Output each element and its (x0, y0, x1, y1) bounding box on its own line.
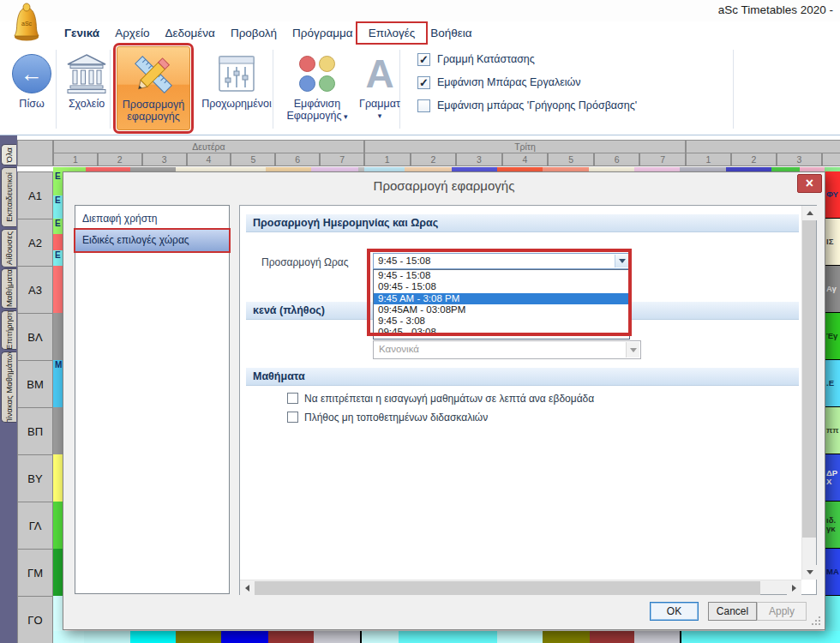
ribbon-checkbox-group: ✓Γραμμή Κατάστασης✓Εμφάνιση Μπάρας Εργαλ… (417, 51, 637, 121)
row-label-ΒΜ[interactable]: ΒΜ (17, 360, 53, 408)
ribbon-button-fonts[interactable]: AΓραμματ▾ (355, 46, 405, 130)
sidebar-item-user-interface[interactable]: Διεπαφή χρήστη (75, 208, 229, 230)
side-tab-teachers[interactable]: Εκπαιδευτικοί (1, 167, 16, 227)
period-header[interactable]: 1 (53, 153, 98, 166)
menu-item-data[interactable]: Δεδομένα (157, 27, 222, 39)
side-tab-all[interactable]: Όλα (1, 144, 16, 165)
resize-grip[interactable] (819, 623, 820, 625)
checkbox-checked-icon[interactable]: ✓ (417, 76, 430, 89)
timetable-side-tabs: ΌλαΕκπαιδευτικοίΑίθουσεςΜαθήματαΕπιτήρησ… (0, 135, 17, 643)
timetable-cells-right[interactable]: ΜΑ (825, 549, 840, 596)
timetable-cells-right[interactable]: ππ (825, 407, 840, 454)
ribbon-toolbar: ←ΠίσωΣχολείοΠροσαρμογήεφαρμογήςΠροχωρημέ… (0, 45, 840, 135)
dropdown-option-0[interactable]: 9:45 - 15:08 (374, 270, 629, 281)
vertical-scrollbar[interactable] (801, 206, 816, 580)
period-header[interactable]: 1 (686, 153, 731, 166)
lessons-checkbox-unplaced[interactable]: Πλήθος μη τοποθετημένων διδασκαλιών (287, 411, 488, 424)
timetable-cells-right[interactable]: Έγ (825, 313, 840, 360)
period-header[interactable]: 1 (364, 153, 411, 166)
period-header[interactable]: 6 (275, 153, 320, 166)
side-tab-supervision[interactable]: Επιτήρηση (1, 310, 16, 350)
scroll-left-icon[interactable] (240, 580, 255, 595)
timetable-cells-right[interactable]: ιδ. γκ (825, 502, 840, 549)
chevron-down-icon[interactable] (615, 255, 628, 267)
menu-item-schedule[interactable]: Πρόγραμμα (285, 27, 361, 39)
period-header[interactable]: 3 (456, 153, 502, 166)
menu-item-file[interactable]: Αρχείο (107, 27, 157, 39)
close-icon[interactable]: × (797, 174, 822, 193)
ribbon-checkbox-row-2[interactable]: Εμφάνιση μπάρας 'Γρήγορης Πρόσβασης' (417, 98, 637, 113)
ribbon-button-school[interactable]: Σχολείο (60, 46, 113, 130)
period-header[interactable]: 6 (594, 153, 640, 166)
period-header[interactable]: 3 (777, 153, 822, 166)
ribbon-button-customize-application[interactable]: Προσαρμογήεφαρμογής (117, 46, 190, 130)
dropdown-option-1[interactable]: 09:45 - 15:08 (374, 281, 629, 292)
lessons-checkbox-minutes[interactable]: Να επιτρέπεται η εισαγωγή μαθημάτων σε λ… (287, 392, 594, 405)
timetable-strip-segment (53, 631, 84, 643)
menu-item-general[interactable]: Γενικά (57, 27, 107, 39)
period-header[interactable]: 3 (142, 153, 187, 166)
row-label-ΓΜ[interactable]: ΓΜ (17, 549, 53, 597)
period-header[interactable]: 7 (320, 153, 364, 166)
scroll-up-icon[interactable] (802, 206, 817, 220)
row-label-ΓΟ[interactable]: ΓΟ (17, 596, 53, 643)
scrollbar-thumb[interactable] (802, 220, 816, 538)
horizontal-scrollbar[interactable] (240, 580, 801, 594)
day-header-3[interactable]: Τετ (686, 140, 840, 153)
ribbon-button-back[interactable]: ←Πίσω (7, 46, 57, 130)
checkbox-unchecked-icon[interactable] (417, 99, 430, 112)
dropdown-option-3[interactable]: 09:45AM - 03:08PM (374, 304, 629, 315)
period-header[interactable]: 7 (639, 153, 686, 166)
timetable-strip-segment (681, 631, 840, 643)
period-header[interactable]: 4 (502, 153, 549, 166)
timetable-cells-right[interactable]: ΔΡ Χ (825, 454, 840, 502)
ribbon-button-application-appearance[interactable]: ΕμφάνισηΕφαρμογής ▾ (283, 46, 351, 130)
period-header[interactable]: 5 (231, 153, 275, 166)
day-header-2[interactable]: Τρίτη (364, 140, 686, 153)
menu-item-options[interactable]: Επιλογές (361, 27, 423, 39)
dropdown-option-2[interactable]: 9:45 AM - 3:08 PM (374, 293, 629, 304)
side-tab-subjects[interactable]: Μαθήματα (1, 268, 16, 309)
app-bell-icon[interactable]: aSc (11, 3, 42, 45)
period-header[interactable]: 2 (98, 153, 142, 166)
sidebar-item-country-specific-options[interactable]: Ειδικές επιλογές χώρας (75, 230, 229, 251)
checkbox-unchecked-icon[interactable] (287, 393, 298, 404)
period-header[interactable]: 2 (731, 153, 777, 166)
row-label-A3[interactable]: A3 (17, 266, 53, 314)
time-format-combobox[interactable]: 9:45 - 15:08 (373, 253, 630, 269)
side-tab-classrooms[interactable]: Αίθουσες (1, 229, 16, 267)
row-label-ΒΠ[interactable]: ΒΠ (17, 407, 53, 455)
title-bar: aSc Timetables 2020 - (0, 0, 840, 21)
timetable-cells-right[interactable]: ΙΣ (825, 219, 840, 266)
side-tab-lesson-grid[interactable]: Πίνακας Μαθημάτων (1, 352, 16, 423)
ribbon-checkbox-row-0[interactable]: ✓Γραμμή Κατάστασης (417, 51, 637, 67)
scroll-right-icon[interactable] (787, 580, 801, 595)
scrollbar-thumb[interactable] (255, 581, 760, 595)
ok-button[interactable]: OK (650, 602, 699, 621)
period-header[interactable]: 5 (548, 153, 594, 166)
row-label-ΒΥ[interactable]: ΒΥ (17, 454, 53, 502)
checkbox-unchecked-icon[interactable] (287, 412, 298, 423)
timetable-cells-right[interactable]: ΦΥ (825, 171, 840, 219)
row-label-A1[interactable]: A1 (17, 171, 53, 219)
period-header[interactable]: 4 (822, 153, 840, 166)
checkbox-checked-icon[interactable]: ✓ (417, 53, 430, 66)
row-label-ΓΛ[interactable]: ΓΛ (17, 502, 53, 550)
row-label-ΒΛ[interactable]: ΒΛ (17, 313, 53, 361)
ribbon-button-advanced[interactable]: Προχωρημένοι (194, 46, 279, 130)
row-label-A2[interactable]: A2 (17, 219, 53, 267)
menu-item-help[interactable]: Βοήθεια (423, 27, 479, 39)
dropdown-option-5[interactable]: 09:45 - 03:08 (374, 327, 629, 338)
ribbon-checkbox-row-1[interactable]: ✓Εμφάνιση Μπάρας Εργαλειών (417, 75, 637, 90)
scroll-down-icon[interactable] (802, 565, 817, 580)
dropdown-option-4[interactable]: 9:45 - 3:08 (374, 315, 629, 327)
day-header-1[interactable]: Δευτέρα (53, 140, 364, 153)
apply-button: Apply (757, 602, 807, 621)
timetable-cells-right[interactable]: .Ε (825, 360, 840, 407)
timetable-cells-right[interactable]: Αγ (825, 266, 840, 313)
period-header[interactable]: 2 (411, 153, 457, 166)
period-header[interactable]: 4 (187, 153, 231, 166)
cancel-button[interactable]: Cancel (708, 602, 757, 621)
menu-item-view[interactable]: Προβολή (223, 27, 285, 39)
school-icon (65, 52, 108, 95)
